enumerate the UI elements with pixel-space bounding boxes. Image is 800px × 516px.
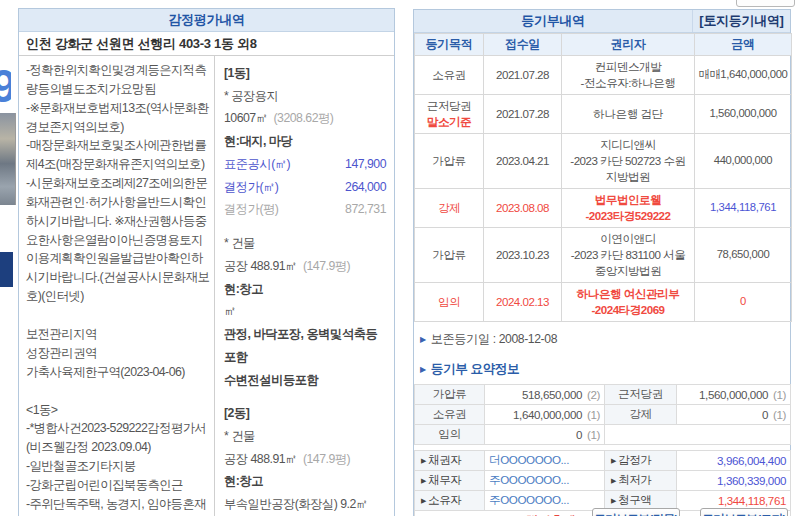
bullet-triangle-icon: ▶	[420, 365, 426, 374]
summary-label: 근저당권	[605, 384, 677, 404]
note-line: -주위단독주택, 농경지, 임야등혼재한지대	[26, 495, 210, 516]
cell-amount: 78,650,000	[695, 227, 792, 282]
appraisal-panel-title: 감정평가내역	[19, 9, 394, 32]
preservation-date: ▶보존등기일 : 2008-12-08	[420, 331, 790, 348]
land-registry-toggle[interactable]: [토지등기내역]	[692, 10, 790, 32]
sqm-line: ㎡	[224, 300, 386, 323]
summary-row: 소유권 1,640,000,000(1) 강제 0(1)	[415, 404, 791, 424]
cell-date: 2024.02.13	[484, 282, 562, 321]
summary-value: 1,560,000,000(1)	[677, 384, 791, 404]
decided-price-label: 결정가(㎡)	[224, 176, 278, 199]
cell-amount: 매매1,640,000,000	[695, 56, 792, 95]
summary-value: 0(1)	[485, 424, 605, 444]
bullet-triangle-icon: ▶	[611, 457, 616, 464]
summary-label: 강제	[605, 404, 677, 424]
cell-purpose: 가압류	[415, 133, 484, 188]
party-row: ▶채권자 더OOOOOOO... ▶감정가 3,966,004,400	[415, 450, 791, 470]
summary-value: 0(1)	[677, 404, 791, 424]
building-label-2: * 건물	[224, 425, 386, 448]
note-line: -※문화재보호법제13조(역사문화환경보존지역의보호)	[26, 99, 210, 137]
note-line: 성장관리권역	[26, 344, 210, 363]
preservation-date-text: 보존등기일 : 2008-12-08	[431, 332, 557, 346]
registry-panel: 등기부내역 [토지등기내역] 등기목적 접수일 권리자 금액 소유권 2021.…	[413, 9, 791, 516]
cell-date: 2021.07.28	[484, 56, 562, 95]
appraisal-panel: 감정평가내역 인천 강화군 선원면 선행리 403-3 1동 외8 -정확한위치…	[18, 8, 395, 516]
dong2-title: [2동]	[224, 402, 386, 425]
cell-holder: 컨피덴스개발-전소유자:하나은행	[562, 56, 695, 95]
cell-purpose: 임의	[415, 282, 484, 321]
property-address: 인천 강화군 선원면 선행리 403-3 1동 외8	[19, 32, 394, 56]
included-items-1: 관정, 바닥포장, 옹벽및석축등포함	[224, 323, 386, 368]
page: 9 감정평가내역 인천 강화군 선원면 선행리 403-3 1동 외8 -정확한…	[0, 0, 800, 516]
bullet-triangle-icon: ▶	[421, 477, 426, 484]
cell-amount: 0	[695, 282, 792, 321]
summary-label: 임의	[415, 424, 485, 444]
appraised-label: ▶감정가	[605, 450, 677, 470]
summary-label: 가압류	[415, 384, 485, 404]
building2-area-value: 공장 488.91㎡	[224, 452, 297, 466]
registry-panel-title: 등기부내역	[414, 10, 692, 32]
decided-price-pyeong-label: 결정가(평)	[224, 198, 278, 221]
registry-copy-land-button[interactable]: 등기부등본(토지)	[700, 508, 788, 516]
cell-purpose: 강제	[415, 188, 484, 227]
appraised-value: 3,966,004,400	[677, 450, 791, 470]
building1-area-pyeong: (147.9평)	[303, 259, 350, 273]
creditor-link[interactable]: 더OOOOOOO...	[485, 450, 605, 470]
cell-date: 2021.07.28	[484, 94, 562, 133]
cell-purpose: 가압류	[415, 227, 484, 282]
registry-row: 가압류 2023.10.23 이연이앤디-2023 카단 831100 서울중앙…	[415, 227, 792, 282]
cell-purpose: 근저당권말소기준	[415, 94, 484, 133]
registry-row: 임의 2024.02.13 하나은행 여신관리부-2024타경2069 0	[415, 282, 792, 321]
cell-holder: 이연이앤디-2023 카단 831100 서울중앙지방법원	[562, 227, 695, 282]
cell-date: 2023.04.21	[484, 133, 562, 188]
note-line: -*병합사건2023-529222감정평가서(비즈웰감정 2023.09.04)	[26, 419, 210, 457]
building1-area-value: 공장 488.91㎡	[224, 259, 297, 273]
land-use: * 공장용지	[224, 85, 386, 108]
cell-holder: 하나은행 여신관리부-2024타경2069	[562, 282, 695, 321]
bullet-triangle-icon: ▶	[611, 477, 616, 484]
note-line: -일반철골조기타지붕	[26, 457, 210, 476]
thumbnail-photo-fragment	[0, 113, 16, 205]
cell-amount: 1,344,118,761	[695, 188, 792, 227]
std-price-value: 147,900	[345, 153, 386, 176]
cell-holder: 지디디앤씨-2023 카단 502723 수원지방법원	[562, 133, 695, 188]
current-use-1: 현:창고	[224, 278, 386, 301]
owner-link[interactable]: 주OOOOOOO...	[485, 490, 605, 510]
dong1-title: [1동]	[224, 62, 386, 85]
land-area: 10607㎡(3208.62평)	[224, 107, 386, 130]
building1-area: 공장 488.91㎡(147.9평)	[224, 255, 386, 278]
owner-label: ▶소유자	[415, 490, 485, 510]
decided-price-pyeong-row: 결정가(평)872,731	[224, 198, 386, 221]
building-label: * 건물	[224, 232, 386, 255]
registry-row: 가압류 2023.04.21 지디디앤씨-2023 카단 502723 수원지방…	[415, 133, 792, 188]
registry-header-row: 등기목적 접수일 권리자 금액	[415, 34, 792, 56]
building2-area-pyeong: (147.9평)	[303, 452, 350, 466]
std-price-label: 표준공시(㎡)	[224, 153, 290, 176]
cell-date: 2023.08.08	[484, 188, 562, 227]
top-button-fragment[interactable]	[736, 0, 795, 7]
included-items-2: 수변전설비등포함	[224, 369, 386, 392]
land-area-value: 10607㎡	[224, 111, 268, 125]
party-row: ▶채무자 주OOOOOOO... ▶최저가 1,360,339,000	[415, 470, 791, 490]
registry-row: 근저당권말소기준 2021.07.28 하나은행 검단 1,560,000,00…	[415, 94, 792, 133]
land-area-pyeong: (3208.62평)	[274, 111, 334, 125]
note-line: 가축사육제한구역(2023-04-06)	[26, 363, 210, 382]
note-line: -매장문화재보호및조사에관한법률제4조(매장문화재유존지역의보호)	[26, 136, 210, 174]
registry-copy-building-button[interactable]: 등기부등본(건물)	[592, 508, 680, 516]
bullet-triangle-icon: ▶	[421, 457, 426, 464]
note-line: -강화군립어린이집북동측인근	[26, 476, 210, 495]
annex-area-value: 부속일반공장(화장실) 9.2㎡	[224, 497, 368, 511]
summary-value: 1,640,000,000(1)	[485, 404, 605, 424]
summary-row: 임의 0(1)	[415, 424, 791, 444]
note-line: -정확한위치확인및경계등은지적측량등의별도조치가요망됨	[26, 61, 210, 99]
edge-digit-fragment: 9	[0, 58, 11, 114]
summary-row: 가압류 518,650,000(2) 근저당권 1,560,000,000(1)	[415, 384, 791, 404]
cell-holder: 하나은행 검단	[562, 94, 695, 133]
cell-purpose: 소유권	[415, 56, 484, 95]
registry-row: 소유권 2021.07.28 컨피덴스개발-전소유자:하나은행 매매1,640,…	[415, 56, 792, 95]
annex-area: 부속일반공장(화장실) 9.2㎡(2.78평)	[224, 493, 386, 516]
registry-panel-header: 등기부내역 [토지등기내역]	[414, 10, 790, 33]
summary-value: 518,650,000(2)	[485, 384, 605, 404]
debtor-link[interactable]: 주OOOOOOO...	[485, 470, 605, 490]
cell-amount: 440,000,000	[695, 133, 792, 188]
